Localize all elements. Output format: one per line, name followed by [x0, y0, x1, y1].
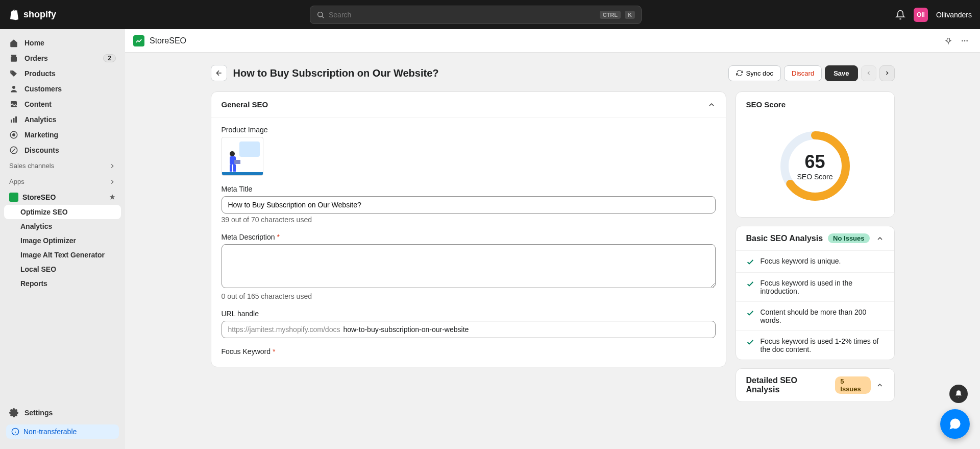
meta-desc-help: 0 out of 165 characters used [222, 292, 716, 300]
issue-item: Focus keyword is unique. [736, 250, 894, 272]
bell-icon [954, 390, 963, 398]
topbar-right: Oll Ollivanders [895, 8, 972, 22]
pin-icon [944, 37, 952, 45]
next-button[interactable] [879, 65, 895, 81]
chevron-up-icon [876, 381, 884, 389]
nav-label: Customers [24, 85, 62, 93]
info-icon [11, 428, 19, 436]
check-icon [746, 338, 754, 346]
chat-icon [948, 417, 962, 431]
svg-rect-23 [234, 160, 240, 164]
nav-discounts[interactable]: Discounts [4, 143, 121, 158]
svg-rect-21 [230, 164, 232, 172]
score-label: SEO Score [797, 173, 832, 181]
storeseo-app-icon [9, 193, 18, 202]
prev-button[interactable] [861, 65, 876, 81]
general-seo-header[interactable]: General SEO [211, 92, 726, 117]
sidebar: Home Orders 2 Products Customers Content… [0, 29, 125, 449]
nav-products[interactable]: Products [4, 66, 121, 81]
basic-analysis-header[interactable]: Basic SEO Analysis No Issues [736, 226, 894, 250]
check-icon [746, 280, 754, 288]
apps-section[interactable]: Apps [4, 174, 121, 190]
seo-score-header: SEO Score [736, 92, 894, 117]
issues-chip: 5 Issues [835, 376, 871, 394]
chevron-left-icon [866, 70, 872, 76]
url-handle-input-wrap[interactable]: https://jamitest.myshopify.com/docs how-… [222, 321, 716, 338]
detailed-analysis-card: Detailed SEO Analysis 5 Issues [736, 368, 895, 402]
shopify-icon [8, 9, 20, 21]
tag-icon [9, 69, 18, 78]
check-icon [746, 258, 754, 266]
app-sub-local-seo[interactable]: Local SEO [4, 262, 121, 276]
trending-up-icon [135, 37, 142, 44]
store-name[interactable]: Ollivanders [936, 11, 972, 19]
general-seo-card: General SEO Product Image [211, 91, 726, 367]
app-storeseo[interactable]: StoreSEO [4, 190, 121, 205]
more-button[interactable] [958, 34, 972, 48]
target-icon [9, 130, 18, 139]
issue-item: Focus keyword is used in the introductio… [736, 272, 894, 301]
back-button[interactable] [211, 65, 227, 81]
kbd-ctrl: CTRL [600, 11, 621, 19]
app-name-label: StoreSEO [150, 36, 186, 45]
kbd-k: K [625, 11, 635, 19]
chevron-up-icon [707, 101, 716, 109]
nav-home[interactable]: Home [4, 35, 121, 51]
detailed-analysis-header[interactable]: Detailed SEO Analysis 5 Issues [736, 369, 894, 401]
score-value: 65 [804, 151, 825, 173]
svg-point-0 [318, 12, 323, 16]
discard-button[interactable]: Discard [784, 65, 822, 81]
shopify-logo[interactable]: shopify [8, 9, 56, 21]
app-sub-reports[interactable]: Reports [4, 276, 121, 291]
sync-doc-button[interactable]: Sync doc [728, 65, 781, 81]
nav-label: Marketing [24, 131, 58, 139]
content-icon [9, 100, 18, 109]
focus-keyword-label: Focus Keyword * [222, 347, 716, 356]
nav-marketing[interactable]: Marketing [4, 127, 121, 143]
nav-label: Analytics [24, 115, 56, 124]
arrow-left-icon [215, 69, 223, 77]
meta-title-input[interactable] [222, 196, 716, 214]
meta-desc-input[interactable] [222, 244, 716, 288]
nav-settings[interactable]: Settings [4, 405, 121, 420]
app-sub-alt-text[interactable]: Image Alt Text Generator [4, 248, 121, 262]
save-button[interactable]: Save [825, 65, 857, 81]
svg-rect-5 [11, 120, 12, 123]
avatar[interactable]: Oll [914, 8, 928, 22]
svg-point-3 [12, 86, 15, 89]
nav-content[interactable]: Content [4, 97, 121, 112]
pin-icon[interactable] [109, 194, 116, 201]
svg-point-9 [12, 133, 15, 136]
app-sub-image-optimizer[interactable]: Image Optimizer [4, 233, 121, 248]
search-icon [316, 11, 325, 19]
content-area: StoreSEO How to Buy Subscription on Our … [125, 29, 980, 449]
nav-label: Products [24, 69, 56, 78]
nav-label: Home [24, 39, 44, 47]
svg-line-1 [322, 16, 324, 18]
more-icon [961, 37, 969, 45]
product-image-preview[interactable] [222, 137, 263, 176]
chat-fab[interactable] [940, 409, 970, 439]
nav-analytics[interactable]: Analytics [4, 112, 121, 127]
topbar: shopify CTRL K Oll Ollivanders [0, 0, 980, 29]
app-sub-analytics[interactable]: Analytics [4, 219, 121, 233]
logo-text: shopify [23, 9, 56, 20]
app-header: StoreSEO [125, 29, 980, 53]
bell-icon[interactable] [895, 10, 905, 20]
page-header: How to Buy Subscription on Our Website? … [211, 65, 895, 81]
non-transferable-pill[interactable]: Non-transferable [6, 424, 119, 439]
chevron-right-icon [884, 70, 890, 76]
pin-app-button[interactable] [941, 34, 955, 48]
svg-point-15 [962, 40, 963, 41]
nav-orders[interactable]: Orders 2 [4, 51, 121, 66]
chevron-up-icon [876, 234, 884, 243]
nav-customers[interactable]: Customers [4, 81, 121, 97]
notification-fab[interactable] [949, 385, 968, 403]
app-sub-optimize[interactable]: Optimize SEO [4, 205, 121, 219]
sales-channels-section[interactable]: Sales channels [4, 158, 121, 174]
nav-label: Discounts [24, 146, 59, 154]
search-input[interactable] [329, 11, 596, 19]
url-handle-value: how-to-buy-subscription-on-our-website [343, 325, 469, 334]
score-gauge: 65 SEO Score [778, 129, 852, 203]
search-box[interactable]: CTRL K [310, 6, 642, 24]
